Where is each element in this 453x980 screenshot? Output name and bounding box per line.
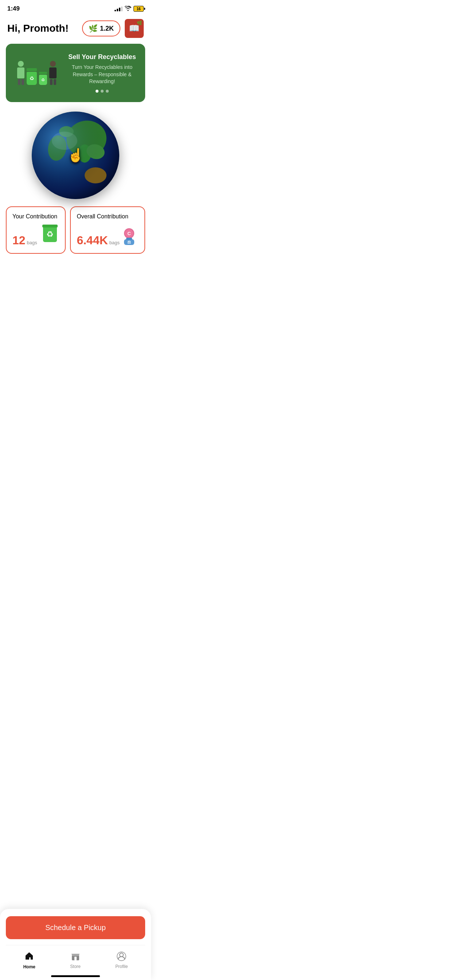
banner-illustration: ♻ ♻	[13, 53, 61, 93]
signal-bar-2	[117, 9, 118, 11]
banner-title: Sell Your Recyclables	[66, 53, 138, 61]
recycle-bin-icon: ♻	[41, 223, 59, 247]
signal-bar-1	[115, 10, 116, 11]
svg-text:C: C	[127, 231, 131, 236]
personal-card-title: Your Contribution	[13, 213, 59, 221]
book-button[interactable]: 📖	[125, 19, 144, 38]
signal-bar-3	[119, 8, 120, 11]
wifi-icon	[125, 6, 131, 12]
scale-icon: C ⚖	[120, 227, 139, 247]
leaf-icon: 🌿	[89, 24, 98, 33]
cursor-icon: ☝	[67, 148, 84, 163]
personal-value: 12	[13, 234, 26, 247]
personal-unit: bags	[27, 240, 37, 245]
svg-point-9	[52, 132, 77, 150]
personal-value-group: 12 bags	[13, 234, 37, 247]
overall-card-bottom: 6.44K bags C ⚖	[77, 227, 139, 247]
header: Hi, Promoth! 🌿 1.2K 📖	[0, 16, 151, 44]
banner-dot-2[interactable]	[100, 90, 104, 92]
banner-dot-3[interactable]	[106, 90, 109, 92]
banner-subtitle: Turn Your Recyclables into Rewards – Res…	[66, 64, 138, 85]
overall-unit: bags	[109, 240, 120, 245]
header-right: 🌿 1.2K 📖	[82, 19, 144, 38]
signal-bar-4	[121, 6, 123, 11]
points-badge[interactable]: 🌿 1.2K	[82, 21, 120, 37]
personal-card-bottom: 12 bags ♻	[13, 223, 59, 247]
overall-value: 6.44K	[77, 234, 108, 247]
status-bar: 1:49 16	[0, 0, 151, 16]
globe-section[interactable]: ☝	[0, 108, 151, 206]
overall-value-group: 6.44K bags	[77, 234, 120, 247]
spacer	[0, 261, 151, 290]
earth-globe[interactable]: ☝	[32, 111, 119, 199]
svg-text:⚖: ⚖	[127, 240, 131, 244]
overall-contribution-card[interactable]: Overall Contribution 6.44K bags C ⚖	[70, 206, 145, 254]
signal-bars-icon	[115, 6, 123, 11]
svg-rect-11	[42, 224, 57, 228]
svg-text:♻: ♻	[46, 230, 54, 239]
status-time: 1:49	[7, 5, 20, 13]
banner-dot-1[interactable]	[96, 90, 99, 92]
banner-text-content: Sell Your Recyclables Turn Your Recyclab…	[66, 53, 138, 92]
greeting-text: Hi, Promoth!	[7, 22, 69, 34]
battery-icon: 16	[134, 6, 144, 12]
promo-banner[interactable]: ♻ ♻ Sell Your Recyclables Tu	[6, 44, 145, 102]
book-icon: 📖	[129, 23, 140, 33]
contribution-cards: Your Contribution 12 bags ♻ Overall Cont…	[0, 206, 151, 261]
personal-contribution-card[interactable]: Your Contribution 12 bags ♻	[6, 206, 65, 254]
banner-dots	[66, 90, 138, 92]
points-value: 1.2K	[100, 25, 114, 32]
status-icons: 16	[115, 6, 144, 12]
overall-card-title: Overall Contribution	[77, 213, 139, 221]
